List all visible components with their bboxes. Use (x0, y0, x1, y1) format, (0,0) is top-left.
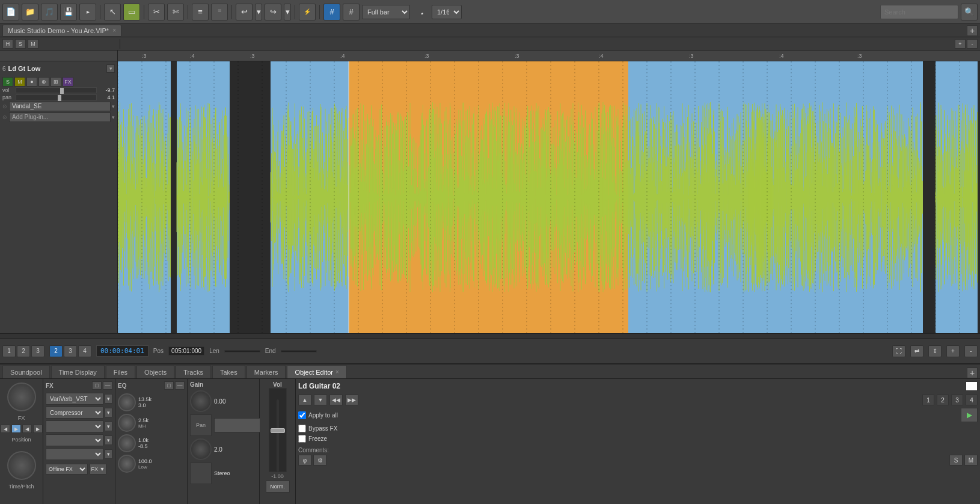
end-value[interactable] (281, 350, 317, 352)
tab-takes[interactable]: Takes (212, 365, 245, 378)
project-tab[interactable]: Music Studio Demo - You Are.VIP* × (2, 25, 121, 37)
eq-knob1[interactable] (118, 393, 136, 411)
eq-btn2[interactable]: — (175, 381, 185, 390)
add-panel-button[interactable]: + (967, 367, 978, 378)
len-value[interactable] (224, 350, 260, 352)
waveform-area[interactable] (118, 61, 980, 333)
redo-button[interactable]: ↪ (265, 4, 281, 20)
arrange-a4[interactable]: 4 (78, 345, 91, 357)
scroll-up-button[interactable]: + (946, 345, 960, 357)
color-swatch[interactable] (966, 381, 978, 391)
arrange-a2[interactable]: 2 (49, 345, 63, 357)
cursor-button[interactable]: ↖ (104, 4, 121, 20)
track-expand[interactable]: ▾ (106, 64, 115, 73)
num-btn-2[interactable]: 2 (937, 395, 949, 405)
num-btn-4[interactable]: 4 (966, 395, 978, 405)
vol-slider[interactable] (16, 87, 97, 93)
plugin4-select[interactable] (46, 434, 103, 446)
tab-objects[interactable]: Objects (136, 365, 174, 378)
fx-knob[interactable] (7, 383, 36, 411)
plugin1-arrow[interactable]: ▾ (105, 394, 112, 404)
mute-btn[interactable]: M (964, 455, 978, 466)
timepitch-knob[interactable] (7, 451, 36, 480)
select-button[interactable]: ▭ (123, 4, 140, 20)
track-fx-button[interactable]: FX (63, 77, 73, 87)
track-s-button[interactable]: S (2, 77, 13, 87)
new-button[interactable]: 📄 (2, 4, 19, 20)
snap-button[interactable]: ⚡ (299, 4, 316, 20)
track-monitor-button[interactable]: ⊕ (38, 77, 49, 87)
tab-time-display[interactable]: Time Display (51, 365, 105, 378)
undo-button[interactable]: ↩ (236, 4, 253, 20)
gain-knob1[interactable] (190, 390, 212, 412)
search-input[interactable] (880, 5, 958, 19)
tab-files[interactable]: Files (106, 365, 135, 378)
plugin4-arrow[interactable]: ▾ (105, 435, 112, 445)
offline-fx-select[interactable]: Offline FX (46, 464, 88, 475)
obj-next-btn[interactable]: ▶▶ (345, 395, 358, 405)
plugin2-arrow[interactable]: ▾ (112, 114, 115, 120)
arrange-a3[interactable]: 3 (64, 345, 77, 357)
expand-button[interactable]: ⇕ (928, 345, 942, 357)
plugin3-arrow[interactable]: ▾ (105, 422, 112, 431)
add-tab-button[interactable]: + (967, 25, 978, 36)
gear-btn[interactable]: ⚙ (313, 455, 326, 466)
align-left-button[interactable]: ≡ (192, 4, 209, 20)
track-name[interactable]: Ld Gt Low (8, 65, 106, 72)
plugin1-select[interactable]: VariVerb_VST (46, 393, 103, 405)
object-name[interactable]: Ld Guitar 02 (298, 382, 340, 390)
plugin5-arrow[interactable]: ▾ (105, 449, 112, 459)
tab-soundpool[interactable]: Soundpool (2, 365, 50, 378)
plugin3-select[interactable] (46, 420, 103, 432)
track-rec-button[interactable]: ● (26, 77, 37, 87)
obj-down-btn[interactable]: ▼ (314, 395, 327, 405)
norm-button[interactable]: Norm. (266, 481, 290, 493)
grid-button[interactable]: # (323, 4, 340, 20)
plugin-header-btn1[interactable]: □ (92, 381, 102, 390)
phi-btn[interactable]: φ (298, 455, 311, 466)
plugin2-arrow[interactable]: ▾ (105, 408, 112, 417)
tab-object-editor[interactable]: Object Editor × (287, 365, 346, 378)
num-btn-3[interactable]: 3 (951, 395, 963, 405)
eq-knob2[interactable] (118, 414, 136, 432)
scroll-down-button[interactable]: - (964, 345, 978, 357)
bar-select[interactable]: Full bar (362, 5, 410, 19)
search-icon-button[interactable]: 🔍 (961, 4, 978, 20)
plugin1-arrow[interactable]: ▾ (112, 103, 115, 109)
obj-prev-btn[interactable]: ◀◀ (329, 395, 343, 405)
gain-knob2[interactable] (190, 438, 212, 460)
pos-value[interactable]: 005:01:000 (168, 346, 204, 355)
tab-markers[interactable]: Markers (247, 365, 286, 378)
track-midi-button[interactable]: ⊞ (51, 77, 61, 87)
open-button[interactable]: 📁 (22, 4, 38, 20)
quantize-select[interactable]: 1/16 (432, 5, 462, 19)
nav-left[interactable]: ◀ (1, 425, 10, 433)
redo-dropdown[interactable]: ▾ (284, 4, 291, 20)
group1-button[interactable]: 1 (2, 345, 16, 357)
fx-dropdown-btn[interactable]: FX ▼ (90, 464, 106, 475)
undo-dropdown[interactable]: ▾ (255, 4, 262, 20)
nav-right[interactable]: ▶ (11, 425, 21, 433)
master-m-button[interactable]: M (28, 39, 38, 49)
scroll-left-button[interactable]: + (955, 39, 966, 49)
obj-up-btn[interactable]: ▲ (298, 395, 311, 405)
nav-left2[interactable]: ◀ (22, 425, 32, 433)
plugin-header-btn2[interactable]: — (103, 381, 112, 390)
master-s-button[interactable]: S (15, 39, 26, 49)
eq-knob3[interactable] (118, 434, 136, 452)
scroll-right-button[interactable]: - (967, 39, 978, 49)
num-btn-1[interactable]: 1 (922, 395, 934, 405)
swap-button[interactable]: ⇄ (910, 345, 923, 357)
project-tab-close[interactable]: × (112, 27, 116, 34)
tab-tracks[interactable]: Tracks (176, 365, 211, 378)
apply-to-all-checkbox[interactable] (298, 411, 306, 419)
align-right-button[interactable]: ⁼ (211, 4, 228, 20)
plugin2-name[interactable]: Add Plug-in... (9, 112, 111, 122)
plugin1-name[interactable]: Vandal_SE (9, 102, 111, 111)
group2-button[interactable]: 2 (17, 345, 30, 357)
hscrollbar[interactable] (0, 333, 980, 338)
trim-button[interactable]: ✄ (167, 4, 184, 20)
nav-right2[interactable]: ▶ (33, 425, 43, 433)
obj-editor-close[interactable]: × (335, 369, 339, 375)
eq-knob4[interactable] (118, 455, 136, 473)
